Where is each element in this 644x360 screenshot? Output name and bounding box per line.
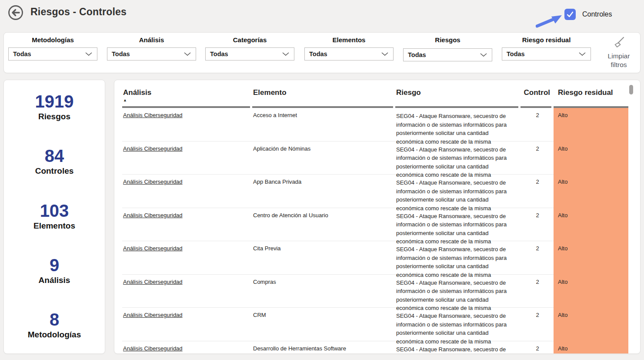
table-row[interactable]: Análisis Ciberseguridad Aplicación de Nó… [122,141,628,175]
kpi-panel: 1919 Riesgos 84 Controles 103 Elementos … [3,80,105,354]
column-header-elemento[interactable]: Elemento [252,85,395,108]
filter-selected-value: Todas [507,50,578,57]
chevron-down-icon [85,52,93,56]
table-row[interactable]: Análisis Ciberseguridad App Banca Privad… [122,175,628,208]
back-arrow-icon [7,4,24,21]
dashboard-page: Riesgos - Controles Controles Metodologí… [0,0,644,360]
control-cell: 2 [521,275,554,313]
analisis-link[interactable]: Análisis Ciberseguridad [123,279,183,285]
filter-label: Categorías [205,36,294,44]
sort-ascending-icon: ▲ [123,98,250,102]
table-row[interactable]: Análisis Ciberseguridad Compras SEG04 - … [122,275,628,308]
table-header-row: Análisis ▲ Elemento Riesgo Control Riesg… [122,85,628,108]
elemento-cell: Compras [252,275,395,313]
annotation-arrow-icon [536,13,563,28]
filter-selected-value: Todas [210,50,282,57]
filter-metodologias: Metodologías Todas [8,36,97,61]
riesgo-residual-cell: Alto [554,208,628,246]
filter-dropdown-metodologias[interactable]: Todas [8,47,97,61]
analisis-link[interactable]: Análisis Ciberseguridad [123,245,183,252]
riesgo-cell: SEG04 - Ataque Ransonware, secuestro de … [395,208,521,246]
header-controls: Controles [536,7,612,24]
chevron-down-icon [381,52,389,56]
kpi-value: 84 [4,147,105,165]
page-title: Riesgos - Controles [30,6,127,18]
filter-label: Riesgo residual [502,36,591,44]
control-cell: 2 [521,308,554,346]
column-header-analisis[interactable]: Análisis ▲ [122,85,252,108]
control-cell: 2 [521,141,554,179]
riesgo-cell: SEG04 - Ataque Ransonware, secuestro de … [395,141,521,179]
filter-categorias: Categorías Todas [205,36,294,61]
riesgo-residual-cell: Alto [554,275,628,313]
kpi-riesgos: 1919 Riesgos [4,92,105,121]
analisis-link[interactable]: Análisis Ciberseguridad [123,112,183,118]
analisis-link[interactable]: Análisis Ciberseguridad [123,345,183,352]
kpi-metodologias: 8 Metodologías [4,310,105,340]
column-header-riesgo[interactable]: Riesgo [395,85,521,108]
chevron-down-icon [578,52,586,56]
table-row[interactable]: Análisis Ciberseguridad Acceso a Interne… [122,108,628,141]
control-cell: 2 [521,108,554,146]
filter-dropdown-riesgo-residual[interactable]: Todas [502,47,591,61]
riesgo-cell: SEG04 - Ataque Ransonware, secuestro de … [395,241,521,279]
riesgo-cell: SEG04 - Ataque Ransonware, secuestro de … [395,308,521,346]
riesgo-cell: SEG04 - Ataque Ransonware, secuestro de … [395,341,521,354]
controles-checkbox[interactable] [564,9,576,20]
kpi-controles: 84 Controles [4,147,105,176]
column-header-riesgo-residual[interactable]: Riesgo residual [554,85,628,108]
analisis-link[interactable]: Análisis Ciberseguridad [123,178,183,185]
riesgo-residual-cell: Alto [554,308,628,346]
filter-elementos: Elementos Todas [304,36,394,61]
kpi-analisis: 9 Análisis [4,256,105,285]
filter-riesgo-residual: Riesgo residual Todas [502,36,591,61]
column-header-control[interactable]: Control [521,85,554,108]
chevron-down-icon [184,52,191,56]
scrollbar-thumb[interactable] [629,85,633,94]
riesgo-cell: SEG04 - Ataque Ransonware, secuestro de … [395,108,521,146]
clear-filters-button[interactable]: Limpiar filtros [601,36,637,69]
chevron-down-icon [480,53,487,57]
table-row[interactable]: Análisis Ciberseguridad Centro de Atenci… [122,208,628,242]
filter-dropdown-riesgos[interactable]: Todas [403,48,492,61]
elemento-cell: Acceso a Internet [252,108,395,146]
elemento-cell: Centro de Atención al Usuario [252,208,395,246]
clear-filters-label: Limpiar filtros [601,52,637,69]
filter-label: Análisis [107,36,196,44]
kpi-label: Riesgos [4,112,105,121]
analisis-link[interactable]: Análisis Ciberseguridad [123,312,183,318]
analisis-link[interactable]: Análisis Ciberseguridad [123,145,183,152]
filter-dropdown-analisis[interactable]: Todas [107,47,196,61]
kpi-value: 1919 [4,92,105,111]
controles-checkbox-label: Controles [582,10,612,18]
analisis-link[interactable]: Análisis Ciberseguridad [123,212,183,219]
control-cell: 2 [521,241,554,279]
elemento-cell: Aplicación de Nóminas [252,141,395,179]
filter-label: Riesgos [403,36,492,44]
risks-table-panel: Análisis ▲ Elemento Riesgo Control Riesg… [114,80,641,354]
control-cell: 2 [521,175,554,212]
kpi-label: Elementos [4,221,105,231]
table-row[interactable]: Análisis Ciberseguridad Cita Previa SEG0… [122,241,628,275]
riesgo-residual-cell: Alto [554,108,628,146]
filter-dropdown-categorias[interactable]: Todas [205,47,294,61]
back-button[interactable] [7,4,24,21]
kpi-label: Análisis [4,276,105,285]
riesgo-residual-cell: Alto [554,141,628,179]
control-cell: 2 [521,208,554,246]
filter-riesgos: Riesgos Todas [403,37,492,61]
filter-bar: Metodologías Todas Análisis Todas Catego… [3,32,641,73]
risks-table: Análisis ▲ Elemento Riesgo Control Riesg… [122,85,628,354]
filter-selected-value: Todas [309,50,381,57]
broom-icon [612,36,625,49]
table-row[interactable]: Análisis Ciberseguridad CRM SEG04 - Ataq… [122,308,628,341]
kpi-elementos: 103 Elementos [4,202,105,231]
table-row[interactable]: Análisis Ciberseguridad Desarrollo de He… [122,341,628,354]
elemento-cell: Cita Previa [252,241,395,279]
riesgo-residual-cell: Alto [554,341,628,354]
kpi-label: Controles [4,166,105,176]
filter-label: Metodologías [8,36,97,44]
filter-dropdown-elementos[interactable]: Todas [304,47,394,61]
filter-selected-value: Todas [13,50,85,57]
filter-selected-value: Todas [408,51,480,58]
